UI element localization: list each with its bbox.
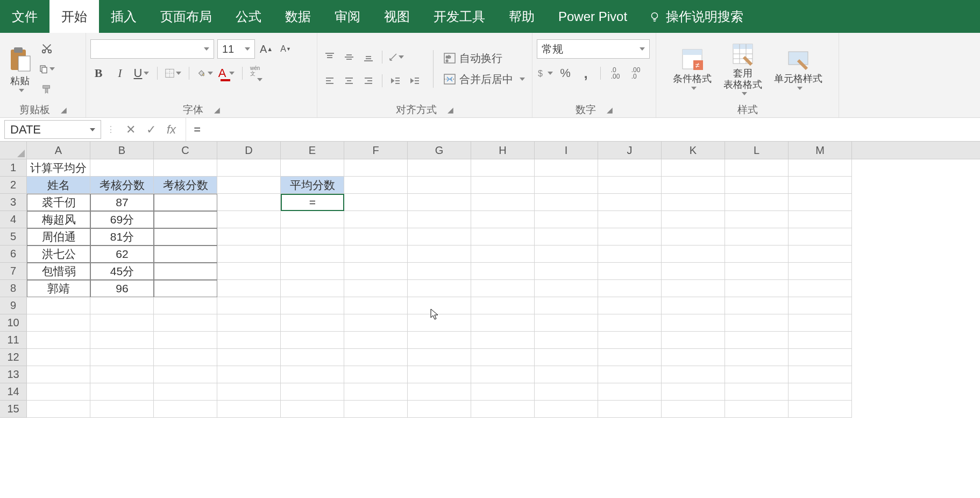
tab-help[interactable]: 帮助	[497, 0, 546, 33]
cell-F14[interactable]	[344, 383, 408, 401]
cell-D1[interactable]	[217, 159, 281, 177]
cell-I5[interactable]	[535, 228, 598, 246]
cell-M15[interactable]	[789, 401, 852, 418]
underline-button[interactable]: U	[133, 65, 150, 81]
cell-E2[interactable]: 平均分数	[281, 177, 344, 194]
cell-I1[interactable]	[535, 159, 598, 177]
tell-me-search[interactable]: 操作说明搜索	[639, 0, 753, 33]
cell-D7[interactable]	[217, 263, 281, 280]
cell-A11[interactable]	[27, 332, 90, 349]
cell-K6[interactable]	[662, 246, 725, 263]
decrease-indent-button[interactable]	[388, 73, 404, 89]
cell-M7[interactable]	[789, 263, 852, 280]
comma-button[interactable]: ,	[578, 65, 594, 81]
cell-H4[interactable]	[471, 211, 535, 228]
format-painter-button[interactable]	[39, 81, 55, 97]
cell-K10[interactable]	[662, 314, 725, 332]
cell-L15[interactable]	[725, 401, 789, 418]
cell-C10[interactable]	[154, 314, 217, 332]
column-header-K[interactable]: K	[662, 142, 725, 159]
align-center-button[interactable]	[341, 73, 357, 89]
cell-E10[interactable]	[281, 314, 344, 332]
cell-K11[interactable]	[662, 332, 725, 349]
formula-input[interactable]: =	[186, 118, 980, 141]
column-header-H[interactable]: H	[471, 142, 535, 159]
cell-A2[interactable]: 姓名	[27, 177, 90, 194]
tab-insert[interactable]: 插入	[99, 0, 148, 33]
cell-C6[interactable]	[154, 246, 217, 263]
cell-L12[interactable]	[725, 349, 789, 366]
cell-J1[interactable]	[598, 159, 662, 177]
cell-J5[interactable]	[598, 228, 662, 246]
cell-H10[interactable]	[471, 314, 535, 332]
cell-D12[interactable]	[217, 349, 281, 366]
cell-B1[interactable]	[90, 159, 154, 177]
column-header-F[interactable]: F	[344, 142, 408, 159]
cell-F7[interactable]	[344, 263, 408, 280]
cell-F11[interactable]	[344, 332, 408, 349]
select-all-button[interactable]	[0, 142, 27, 159]
column-header-G[interactable]: G	[408, 142, 471, 159]
column-header-J[interactable]: J	[598, 142, 662, 159]
format-as-table-button[interactable]: 套用 表格格式	[720, 41, 765, 96]
cell-A4[interactable]: 梅超风	[27, 211, 90, 228]
row-header-1[interactable]: 1	[0, 159, 27, 177]
cell-E7[interactable]	[281, 263, 344, 280]
cell-C3[interactable]	[154, 194, 217, 211]
cell-G12[interactable]	[408, 349, 471, 366]
align-left-button[interactable]	[322, 73, 338, 89]
row-header-14[interactable]: 14	[0, 383, 27, 401]
cell-J11[interactable]	[598, 332, 662, 349]
cell-D13[interactable]	[217, 366, 281, 383]
cell-D5[interactable]	[217, 228, 281, 246]
fill-color-button[interactable]	[197, 65, 213, 81]
font-size-combo[interactable]: 11	[217, 39, 255, 59]
cell-E3[interactable]: =	[281, 194, 344, 211]
cell-D2[interactable]	[217, 177, 281, 194]
paste-button[interactable]: 粘贴	[4, 44, 35, 93]
copy-button[interactable]	[39, 61, 55, 77]
clipboard-dialog-launcher[interactable]: ◢	[61, 106, 67, 114]
cell-G3[interactable]	[408, 194, 471, 211]
cell-K7[interactable]	[662, 263, 725, 280]
orientation-button[interactable]	[388, 49, 404, 65]
tab-home[interactable]: 开始	[49, 0, 99, 33]
cell-L9[interactable]	[725, 297, 789, 314]
cell-D8[interactable]	[217, 280, 281, 297]
cell-E11[interactable]	[281, 332, 344, 349]
cell-J10[interactable]	[598, 314, 662, 332]
row-header-12[interactable]: 12	[0, 349, 27, 366]
cell-G7[interactable]	[408, 263, 471, 280]
cell-G14[interactable]	[408, 383, 471, 401]
cell-B9[interactable]	[90, 297, 154, 314]
cell-J3[interactable]	[598, 194, 662, 211]
cell-B3[interactable]: 87	[90, 194, 154, 211]
cell-E13[interactable]	[281, 366, 344, 383]
cell-styles-button[interactable]: 单元格样式	[771, 46, 826, 91]
cell-F12[interactable]	[344, 349, 408, 366]
cell-G11[interactable]	[408, 332, 471, 349]
cell-M10[interactable]	[789, 314, 852, 332]
column-header-B[interactable]: B	[90, 142, 154, 159]
cell-G1[interactable]	[408, 159, 471, 177]
cell-B10[interactable]	[90, 314, 154, 332]
cell-F2[interactable]	[344, 177, 408, 194]
cell-K14[interactable]	[662, 383, 725, 401]
cell-J9[interactable]	[598, 297, 662, 314]
cell-L6[interactable]	[725, 246, 789, 263]
cell-J12[interactable]	[598, 349, 662, 366]
cell-L1[interactable]	[725, 159, 789, 177]
font-name-combo[interactable]	[90, 39, 214, 59]
cell-K2[interactable]	[662, 177, 725, 194]
cell-F15[interactable]	[344, 401, 408, 418]
cell-F13[interactable]	[344, 366, 408, 383]
cell-B2[interactable]: 考核分数	[90, 177, 154, 194]
cell-F10[interactable]	[344, 314, 408, 332]
cell-F3[interactable]	[344, 194, 408, 211]
column-header-D[interactable]: D	[217, 142, 281, 159]
cell-L14[interactable]	[725, 383, 789, 401]
cell-L7[interactable]	[725, 263, 789, 280]
align-bottom-button[interactable]	[360, 49, 377, 65]
column-header-L[interactable]: L	[725, 142, 789, 159]
cell-H13[interactable]	[471, 366, 535, 383]
